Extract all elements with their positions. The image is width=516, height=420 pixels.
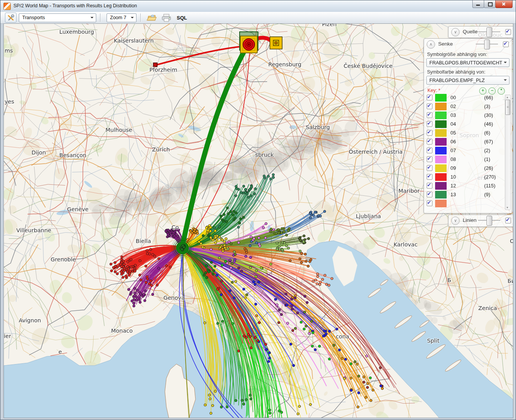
- key-color-swatch: [435, 182, 447, 190]
- key-row-count: (3): [484, 103, 490, 109]
- toolbar: Transports Zoom 7 SQL: [0, 12, 516, 24]
- key-row-label: 02: [450, 103, 484, 109]
- key-row-checkbox[interactable]: ✔: [427, 121, 432, 127]
- quelle-slider-thumb[interactable]: [486, 27, 492, 37]
- key-row-count: (6): [484, 130, 490, 136]
- key-row-checkbox[interactable]: ✔: [427, 139, 432, 144]
- key-row-count: (46): [484, 121, 493, 127]
- key-color-swatch: [435, 138, 447, 146]
- symbol-size-select[interactable]: FRABLGPOS.BRUTTOGEWICHT: [426, 58, 509, 67]
- layer-select-value: Transports: [22, 15, 45, 20]
- senke-slider-thumb[interactable]: [484, 39, 490, 49]
- key-row-checkbox[interactable]: ✔: [427, 148, 432, 153]
- key-row[interactable]: ✔06(67): [425, 137, 505, 146]
- key-list: ✔00(66)✔02(3)✔03(30)✔04(46)✔05(6)✔06(67)…: [425, 93, 505, 212]
- panel-quelle: ∨ Quelle ✔: [448, 26, 513, 38]
- printer-icon: [161, 13, 172, 22]
- key-row-checkbox[interactable]: ✔: [427, 156, 432, 162]
- key-color-swatch: [435, 129, 447, 137]
- key-row-checkbox[interactable]: ✔: [427, 130, 432, 136]
- linien-title: Linien: [463, 217, 477, 223]
- minimize-button[interactable]: [472, 0, 484, 8]
- quelle-visible-checkbox[interactable]: ✔: [505, 29, 511, 35]
- panel-linien: ∨ Linien ✔: [448, 215, 513, 227]
- key-row-count: (115): [484, 183, 495, 189]
- toolbar-separator: [140, 13, 141, 22]
- linien-slider-thumb[interactable]: [486, 216, 492, 226]
- settings-button[interactable]: [5, 13, 16, 23]
- key-row-count: (270): [484, 174, 496, 180]
- print-button[interactable]: [161, 13, 172, 22]
- quelle-title: Quelle: [463, 29, 478, 34]
- title-bar[interactable]: SP/2 World Map - Transports with Results…: [0, 0, 516, 12]
- key-color-swatch: [435, 164, 447, 172]
- key-row-label: 09: [450, 165, 484, 171]
- open-file-button[interactable]: [146, 13, 158, 22]
- key-label: Key: *: [427, 88, 440, 93]
- key-row[interactable]: ✔12(115): [425, 181, 505, 190]
- key-row[interactable]: ✔10(270): [425, 172, 505, 181]
- scrollbar-thumb[interactable]: ≡: [505, 100, 510, 115]
- key-row-count: (9): [484, 192, 490, 197]
- map-viewport[interactable]: msLuxembourgKaiserslauternPforzheimyesPi…: [3, 23, 513, 418]
- key-row-checkbox[interactable]: ✔: [427, 174, 432, 180]
- key-row-label: 06: [450, 139, 484, 144]
- key-row-label: 10: [450, 174, 484, 180]
- key-row-count: (1): [484, 156, 490, 162]
- symbol-size-label: Symbolgröße abhängig von:: [427, 52, 509, 57]
- key-color-swatch: [435, 120, 447, 128]
- close-button[interactable]: [495, 0, 513, 8]
- layer-select[interactable]: Transports: [19, 13, 96, 22]
- key-row[interactable]: ✔09(26): [425, 164, 505, 172]
- quelle-expand-button[interactable]: ∨: [451, 28, 460, 36]
- key-color-swatch: [435, 147, 447, 154]
- senke-collapse-button[interactable]: ∧: [427, 40, 435, 49]
- key-row-checkbox[interactable]: ✔: [427, 112, 432, 118]
- symbol-color-label: Symbolfarbe abhängig von:: [427, 69, 509, 75]
- key-color-swatch: [435, 191, 447, 199]
- symbol-size-value: FRABLGPOS.BRUTTOGEWICHT: [429, 60, 502, 66]
- key-row-count: (30): [484, 112, 493, 118]
- key-row-checkbox[interactable]: ✔: [427, 95, 432, 100]
- restore-button[interactable]: [484, 0, 496, 8]
- key-row-label: 04: [450, 121, 484, 127]
- minimize-icon: [476, 5, 480, 6]
- key-row[interactable]: ✔04(46): [425, 120, 505, 128]
- linien-visible-checkbox[interactable]: ✔: [505, 218, 511, 223]
- key-row[interactable]: ✔13(9): [425, 190, 505, 199]
- key-row-checkbox[interactable]: ✔: [427, 103, 432, 109]
- panel-senke: ∧ Senke ✔ Symbolgröße abhängig von: FRAB…: [424, 38, 512, 213]
- key-row[interactable]: ✔05(6): [425, 128, 505, 137]
- key-row-checkbox[interactable]: ✔: [427, 183, 432, 189]
- key-row-checkbox[interactable]: ✔: [427, 165, 432, 171]
- key-list-scrollbar[interactable]: ▲ ≡ ▼: [505, 95, 511, 210]
- scroll-down-icon[interactable]: ▼: [505, 206, 509, 209]
- sql-button[interactable]: SQL: [177, 15, 187, 21]
- senke-opacity-slider[interactable]: [476, 44, 498, 44]
- key-color-swatch: [435, 200, 447, 207]
- linien-opacity-slider[interactable]: [478, 220, 500, 221]
- key-row[interactable]: ✔07(2): [425, 146, 505, 155]
- key-row[interactable]: ✔: [425, 199, 505, 208]
- key-color-swatch: [435, 173, 447, 181]
- toolbar-separator: [100, 13, 100, 22]
- key-row-label: 08: [450, 156, 484, 162]
- linien-expand-button[interactable]: ∨: [451, 217, 460, 225]
- symbol-color-select[interactable]: FRABLGPOS.EMPF_PLZ: [426, 76, 509, 85]
- quelle-opacity-slider[interactable]: [478, 31, 500, 32]
- app-logo-icon: [3, 3, 11, 10]
- key-row[interactable]: ✔03(30): [425, 111, 505, 120]
- key-row[interactable]: ✔08(1): [425, 155, 505, 164]
- scroll-up-icon[interactable]: ▲: [505, 96, 509, 98]
- zoom-select[interactable]: Zoom 7: [107, 13, 136, 22]
- key-row[interactable]: ✔00(66): [425, 93, 505, 102]
- key-color-swatch: [435, 156, 447, 163]
- senke-visible-checkbox[interactable]: ✔: [503, 41, 509, 47]
- key-row-label: 13: [450, 192, 484, 197]
- key-row-label: 07: [450, 148, 484, 153]
- key-row-checkbox[interactable]: ✔: [427, 200, 432, 206]
- key-row-checkbox[interactable]: ✔: [427, 192, 432, 197]
- tools-icon: [7, 14, 15, 21]
- key-row[interactable]: ✔02(3): [425, 102, 505, 111]
- key-row-label: 12: [450, 183, 484, 189]
